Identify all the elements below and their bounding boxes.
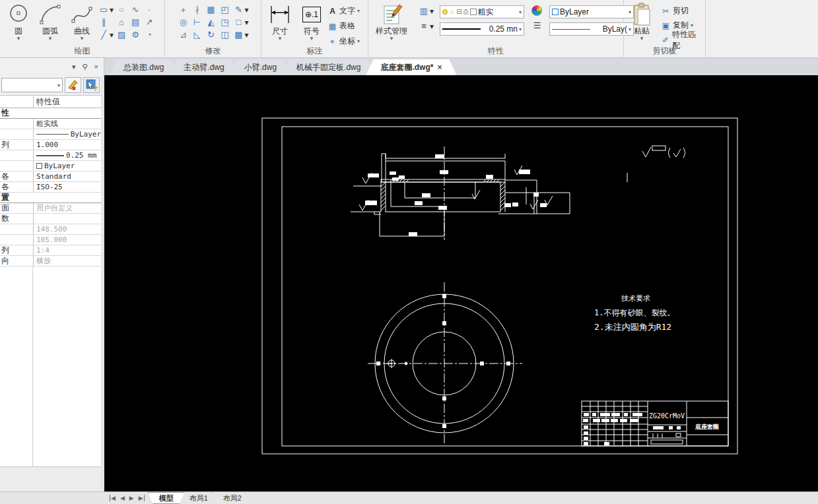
color-combo[interactable]: ByLayer ▾ bbox=[549, 5, 634, 18]
text-button[interactable]: A文字▾ bbox=[327, 5, 360, 16]
property-value[interactable]: ByLayer bbox=[33, 129, 101, 139]
color-wheel-icon[interactable] bbox=[531, 5, 542, 16]
modify-break-button[interactable]: ⊢ bbox=[191, 16, 203, 28]
property-value[interactable]: 1.000 bbox=[33, 140, 101, 150]
chevron-down-icon[interactable]: ▾ bbox=[49, 36, 52, 41]
property-row[interactable]: 粗实线 bbox=[0, 119, 101, 129]
property-row[interactable]: ByLayer bbox=[0, 129, 101, 140]
property-row[interactable]: 0.25 mm bbox=[0, 150, 101, 161]
modify-rotate-3d-button[interactable]: ◫ bbox=[219, 29, 230, 40]
chevron-down-icon[interactable]: ▾ bbox=[244, 30, 248, 40]
modify-rotate-button[interactable]: ↻ bbox=[205, 29, 217, 40]
property-value[interactable]: 粗实线 bbox=[33, 119, 101, 129]
chevron-down-icon[interactable]: ▾ bbox=[81, 36, 84, 41]
property-value[interactable] bbox=[33, 214, 101, 224]
property-value[interactable]: 148.500 bbox=[33, 224, 101, 234]
property-row[interactable]: 置 bbox=[0, 193, 101, 203]
draw-rectangle-button[interactable]: ▭▾ bbox=[98, 4, 114, 15]
arc-button[interactable]: 圆弧 ▾ bbox=[34, 1, 66, 47]
nav-next-icon[interactable]: ▶ bbox=[129, 495, 134, 501]
property-row[interactable]: 各ISO-25 bbox=[0, 182, 101, 193]
property-value[interactable]: ISO-25 bbox=[33, 182, 101, 192]
layer-combo[interactable]: ☼ ⊟ ⎙ 粗实 ▾ bbox=[440, 5, 524, 18]
nav-first-icon[interactable]: ◀ bbox=[110, 495, 116, 501]
chevron-down-icon[interactable]: ▾ bbox=[519, 9, 522, 15]
table-button[interactable]: ▦表格 bbox=[327, 20, 360, 32]
modify-trim-button[interactable]: ∤ bbox=[191, 4, 203, 15]
modify-hatch-edit-button[interactable]: ▩▾ bbox=[232, 29, 248, 40]
draw-gear-button[interactable]: ⚙ bbox=[129, 29, 141, 40]
property-row[interactable]: 数 bbox=[0, 214, 101, 224]
draw-arrow-button[interactable]: ↗ bbox=[143, 16, 155, 28]
draw-ellipse-button[interactable]: ○ bbox=[116, 4, 127, 15]
property-value[interactable]: 0.25 mm bbox=[33, 150, 101, 160]
layer-tools-button[interactable]: ▥▾ bbox=[418, 5, 434, 16]
draw-point-button[interactable]: · bbox=[143, 4, 155, 15]
property-row[interactable]: 向横放 bbox=[0, 256, 101, 267]
linetype-combo[interactable]: ByLay( ▾ bbox=[549, 22, 634, 36]
property-row[interactable]: 各Standard bbox=[0, 172, 101, 182]
draw-profile-button[interactable]: ⌂ bbox=[116, 16, 127, 28]
pin-icon[interactable]: ⚲ bbox=[83, 63, 88, 71]
linetype-sample-icon[interactable]: ☰ bbox=[531, 20, 543, 31]
chevron-down-icon[interactable]: ▾ bbox=[110, 30, 114, 40]
chevron-down-icon[interactable]: ▾ bbox=[279, 36, 282, 41]
panel-menu-icon[interactable]: ▾ bbox=[72, 63, 76, 71]
chevron-down-icon[interactable]: ▾ bbox=[357, 8, 360, 14]
draw-bolt-button[interactable]: ▤ bbox=[129, 16, 141, 28]
doc-tab[interactable]: 底座套圈.dwg*× bbox=[366, 59, 456, 75]
property-row[interactable]: 性 bbox=[0, 108, 101, 119]
property-value[interactable]: 105.000 bbox=[33, 235, 101, 245]
property-row[interactable]: ByLayer bbox=[0, 161, 101, 172]
chevron-down-icon[interactable]: ▾ bbox=[640, 36, 644, 41]
property-row[interactable]: 列1.000 bbox=[0, 140, 101, 150]
chevron-down-icon[interactable]: ▾ bbox=[390, 36, 393, 41]
draw-arc-text-button[interactable]: ◔ bbox=[143, 29, 155, 40]
match-properties-button[interactable]: ✐特性匹配 bbox=[661, 34, 702, 46]
select-button[interactable] bbox=[83, 77, 100, 93]
property-row[interactable]: 105.000 bbox=[0, 235, 101, 245]
edit-cancel-button[interactable] bbox=[65, 77, 81, 93]
modify-erase-button[interactable]: ✎▾ bbox=[232, 4, 248, 15]
chevron-down-icon[interactable]: ▾ bbox=[17, 36, 20, 41]
property-value[interactable]: 用户自定义 bbox=[33, 203, 101, 213]
modify-rectangle-edit-button[interactable]: □▾ bbox=[232, 16, 248, 28]
property-value[interactable]: 1:4 bbox=[33, 245, 101, 255]
property-row[interactable]: 面用户自定义 bbox=[0, 203, 101, 214]
dimension-button[interactable]: 尺寸 ▾ bbox=[264, 1, 296, 47]
filter-combobox[interactable]: ▾ bbox=[1, 78, 63, 92]
curve-button[interactable]: 曲线 ▾ bbox=[66, 1, 98, 47]
circle-button[interactable]: 圆 ▾ bbox=[3, 1, 34, 47]
modify-move-button[interactable]: ＋ bbox=[177, 4, 189, 15]
doc-tab[interactable]: 机械手固定板.dwg bbox=[282, 59, 375, 75]
cut-button[interactable]: ✂剪切 bbox=[661, 5, 702, 17]
chevron-down-icon[interactable]: ▾ bbox=[691, 22, 693, 28]
chevron-down-icon[interactable]: ▾ bbox=[110, 5, 114, 15]
nav-last-icon[interactable]: ▶ bbox=[139, 495, 145, 501]
modify-mirror-button[interactable]: ◭ bbox=[205, 16, 217, 28]
chevron-down-icon[interactable]: ▾ bbox=[519, 26, 522, 32]
chevron-down-icon[interactable]: ▾ bbox=[244, 5, 248, 15]
draw-hatch-button[interactable]: ▨ bbox=[116, 29, 127, 40]
paste-button[interactable]: 粘贴 ▾ bbox=[627, 1, 657, 47]
modify-stretch-button[interactable]: ⊿ bbox=[177, 29, 189, 40]
layout-tab[interactable]: 布局2 bbox=[212, 492, 252, 504]
style-manager-button[interactable]: 样式管理 ▾ bbox=[371, 1, 412, 47]
property-value[interactable]: Standard bbox=[33, 172, 101, 181]
property-row[interactable]: 148.500 bbox=[0, 224, 101, 235]
close-tab-icon[interactable]: × bbox=[437, 63, 442, 72]
modify-corner-button[interactable]: ◳ bbox=[219, 16, 230, 28]
doc-tab[interactable]: 总装图.dwg bbox=[109, 59, 178, 75]
nav-prev-icon[interactable]: ◀ bbox=[120, 495, 125, 501]
draw-parallel-lines-button[interactable]: ∥ bbox=[98, 16, 114, 28]
linetype-menu-button[interactable]: ≡▾ bbox=[418, 20, 434, 32]
draw-spline-button[interactable]: ∿ bbox=[129, 4, 141, 15]
symbol-button[interactable]: ⊕.1 符号 ▾ bbox=[296, 1, 327, 47]
doc-tab[interactable]: 主动臂.dwg bbox=[169, 59, 238, 75]
doc-tab[interactable]: 小臂.dwg bbox=[230, 59, 291, 75]
chevron-down-icon[interactable]: ▾ bbox=[244, 18, 248, 27]
layout-tab[interactable]: 布局1 bbox=[178, 492, 219, 504]
modify-copy-object-button[interactable]: ◰ bbox=[219, 4, 230, 15]
property-row[interactable]: 列1:4 bbox=[0, 245, 101, 256]
drawing-canvas[interactable]: 技术要求 1.不得有砂眼、裂纹。 2.未注内圆角为R12 ZG20CrMoV 底… bbox=[104, 75, 818, 491]
